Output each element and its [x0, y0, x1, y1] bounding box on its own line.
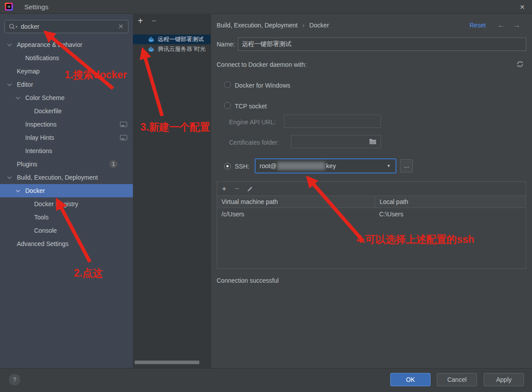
- clear-search-icon[interactable]: ✕: [118, 23, 124, 31]
- add-mapping-icon[interactable]: +: [222, 184, 226, 193]
- local-path-cell: C:\Users: [375, 208, 526, 220]
- ssh-config-dropdown[interactable]: root@ key ▼: [255, 158, 396, 173]
- remove-mapping-icon[interactable]: −: [235, 184, 239, 193]
- ssh-label: SSH:: [235, 163, 249, 170]
- header-virtual-machine-path: Virtual machine path: [217, 196, 375, 208]
- sidebar-item-color-scheme[interactable]: Color Scheme: [0, 91, 133, 104]
- name-input[interactable]: [238, 38, 526, 51]
- sidebar-item-intentions[interactable]: Intentions: [0, 144, 133, 158]
- sidebar-item-notifications[interactable]: Notifications: [0, 51, 133, 65]
- chevron-down-icon[interactable]: [16, 188, 20, 192]
- tcp-socket-label: TCP socket: [235, 103, 267, 110]
- ok-button[interactable]: OK: [390, 373, 431, 386]
- sidebar-item-label: Intentions: [25, 147, 52, 154]
- breadcrumb-build-execution-deployment[interactable]: Build, Execution, Deployment: [217, 22, 298, 29]
- sidebar-item-editor[interactable]: Editor: [0, 78, 133, 91]
- dropdown-arrow-icon: ▼: [387, 164, 391, 168]
- ssh-value-prefix: root@: [260, 162, 276, 169]
- config-list-toolbar: + −: [133, 14, 211, 27]
- chevron-down-icon[interactable]: [8, 42, 12, 46]
- close-icon[interactable]: ✕: [518, 3, 527, 12]
- edit-mapping-pencil-icon[interactable]: [247, 186, 253, 192]
- config-item-label: 腾讯云服务器`时光: [158, 45, 206, 53]
- folder-icon[interactable]: [369, 138, 377, 145]
- chevron-down-icon[interactable]: [8, 175, 12, 179]
- sidebar-item-label: Docker Registry: [34, 200, 78, 208]
- radio-ssh[interactable]: [224, 163, 231, 169]
- radio-tcp-socket[interactable]: [224, 102, 231, 109]
- sidebar-item-keymap[interactable]: Keymap: [0, 65, 133, 78]
- breadcrumb: Build, Execution, Deployment › Docker: [217, 22, 329, 29]
- sidebar-item-label: Keymap: [17, 68, 39, 75]
- docker-config-panel: + − 远程一键部署测试腾讯云服务器`时光: [133, 14, 211, 368]
- ssh-browse-button[interactable]: ...: [400, 159, 413, 173]
- sidebar-item-docker-registry[interactable]: Docker Registry: [0, 197, 133, 211]
- search-options-caret-icon[interactable]: ▾: [16, 25, 17, 29]
- sidebar-item-console[interactable]: Console: [0, 224, 133, 237]
- screen-icon: [120, 135, 127, 140]
- sidebar-item-build-execution-deployment[interactable]: Build, Execution, Deployment: [0, 171, 133, 184]
- help-icon[interactable]: ?: [9, 374, 20, 385]
- certificates-folder-label: Certificates folder:: [229, 139, 279, 146]
- plugins-count-badge: 1: [109, 160, 117, 168]
- virtual-machine-path-cell: /c/Users: [217, 208, 375, 220]
- sidebar-item-label: Docker: [25, 187, 45, 194]
- reset-link[interactable]: Reset: [470, 22, 486, 29]
- chevron-down-icon[interactable]: [8, 82, 12, 86]
- back-arrow-icon[interactable]: ←: [497, 21, 505, 30]
- sidebar-item-appearance-behavior[interactable]: Appearance & Behavior: [0, 38, 133, 51]
- title-bar: IJ Settings ✕: [0, 0, 532, 14]
- cancel-button[interactable]: Cancel: [437, 373, 477, 386]
- sidebar-item-dockerfile[interactable]: Dockerfile: [0, 104, 133, 118]
- intellij-logo-icon: IJ: [5, 3, 13, 11]
- breadcrumb-docker[interactable]: Docker: [309, 22, 329, 29]
- sidebar-item-tools[interactable]: Tools: [0, 211, 133, 224]
- sidebar-item-label: Notifications: [25, 54, 59, 61]
- chevron-down-icon[interactable]: [16, 95, 20, 100]
- horizontal-scrollbar[interactable]: [135, 361, 199, 364]
- path-mapping-toolbar: + −: [217, 182, 526, 196]
- sidebar-item-label: Dockerfile: [34, 108, 62, 115]
- header-local-path: Local path: [375, 196, 526, 208]
- forward-arrow-icon[interactable]: →: [513, 21, 520, 30]
- sidebar-item-label: Plugins: [17, 161, 37, 168]
- sidebar-item-label: Console: [34, 227, 57, 234]
- sidebar-item-label: Inspections: [25, 121, 57, 128]
- settings-tree: Appearance & BehaviorNotificationsKeymap…: [0, 38, 133, 250]
- search-icon: [9, 23, 15, 30]
- docker-for-windows-label: Docker for Windows: [235, 82, 290, 89]
- add-config-icon[interactable]: +: [138, 15, 143, 27]
- sidebar-item-inlay-hints[interactable]: Inlay Hints: [0, 131, 133, 144]
- connection-status: Connection successful: [217, 277, 279, 284]
- sidebar-item-label: Tools: [34, 214, 49, 221]
- path-mapping-table-body: /c/UsersC:\Users: [217, 208, 526, 220]
- sidebar-item-plugins[interactable]: Plugins1: [0, 158, 133, 171]
- refresh-icon[interactable]: [516, 60, 524, 68]
- sidebar-item-label: Advanced Settings: [17, 240, 69, 247]
- certificates-folder-input[interactable]: [291, 135, 381, 148]
- sidebar-item-label: Build, Execution, Deployment: [17, 174, 98, 181]
- docker-config-list-item[interactable]: 腾讯云服务器`时光: [133, 44, 211, 54]
- daemon-connect-label: Connect to Docker daemon with:: [217, 61, 307, 68]
- dialog-footer: ? OK Cancel Apply: [0, 368, 532, 392]
- engine-api-url-input[interactable]: [284, 115, 381, 128]
- config-list: 远程一键部署测试腾讯云服务器`时光: [133, 35, 211, 54]
- ssh-value-suffix: key: [326, 162, 336, 169]
- breadcrumb-separator-icon: ›: [303, 22, 305, 29]
- sidebar-item-advanced-settings[interactable]: Advanced Settings: [0, 237, 133, 250]
- window-title: Settings: [24, 3, 48, 11]
- engine-api-url-label: Engine API URL:: [229, 119, 276, 126]
- apply-button[interactable]: Apply: [484, 373, 524, 386]
- search-box[interactable]: ▾ ✕: [4, 20, 128, 33]
- docker-whale-icon: [148, 46, 155, 52]
- docker-config-list-item[interactable]: 远程一键部署测试: [133, 35, 211, 44]
- remove-config-icon[interactable]: −: [151, 15, 157, 27]
- table-row[interactable]: /c/UsersC:\Users: [217, 208, 526, 220]
- radio-docker-for-windows[interactable]: [224, 81, 231, 88]
- sidebar-item-inspections[interactable]: Inspections: [0, 118, 133, 131]
- sidebar-item-docker[interactable]: Docker: [0, 184, 133, 197]
- settings-sidebar: ▾ ✕ Appearance & BehaviorNotificationsKe…: [0, 14, 133, 368]
- sidebar-item-label: Editor: [17, 81, 33, 88]
- search-input[interactable]: [21, 23, 118, 30]
- sidebar-item-label: Inlay Hints: [25, 134, 54, 141]
